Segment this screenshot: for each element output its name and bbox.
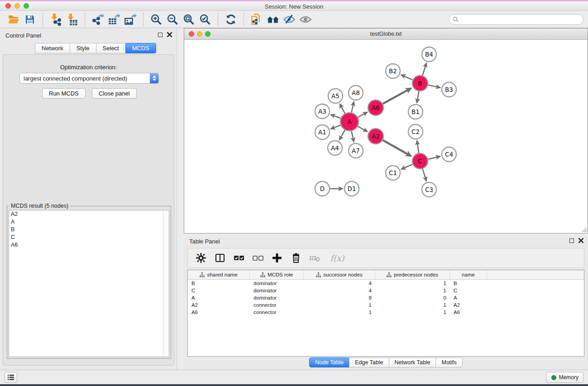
float-table-panel-icon[interactable] xyxy=(569,238,574,243)
edge-B-B4[interactable] xyxy=(422,63,426,76)
mcds-result-list[interactable]: A2ABCA6 xyxy=(9,210,169,357)
graph-node-A4[interactable]: A4 xyxy=(328,141,342,155)
mcds-result-item[interactable]: A2 xyxy=(9,210,169,218)
graph-node-A6[interactable]: A6 xyxy=(368,100,383,115)
show-all-eye-icon[interactable] xyxy=(297,12,314,27)
graph-node-B3[interactable]: B3 xyxy=(442,82,456,97)
close-table-panel-icon[interactable] xyxy=(578,238,583,243)
edge-A-A2[interactable] xyxy=(358,126,367,132)
edge-C-C1[interactable] xyxy=(401,164,412,169)
edge-A-A1[interactable] xyxy=(331,125,341,129)
edge-C-C3[interactable] xyxy=(422,169,426,181)
mcds-result-item[interactable]: A6 xyxy=(9,241,169,249)
result-list-scrollbar[interactable] xyxy=(163,210,169,357)
edge-A-A3[interactable] xyxy=(331,114,341,118)
table-tab-edge-table[interactable]: Edge Table xyxy=(349,357,389,367)
import-table-icon[interactable] xyxy=(64,12,80,27)
deselect-all-rows-icon[interactable] xyxy=(250,250,266,266)
edge-A2-C[interactable] xyxy=(383,140,411,156)
control-tab-mcds[interactable]: MCDS xyxy=(125,43,156,53)
run-mcds-button[interactable]: Run MCDS xyxy=(42,88,86,99)
toggle-column-view-icon[interactable] xyxy=(212,250,228,266)
table-tab-node-table[interactable]: Node Table xyxy=(309,357,349,367)
graph-node-B2[interactable]: B2 xyxy=(386,64,400,78)
network-window-titlebar[interactable]: testGlobe.txt xyxy=(184,29,588,40)
open-file-icon[interactable] xyxy=(5,12,22,27)
column-header-name[interactable]: name xyxy=(450,270,487,279)
control-tab-network[interactable]: Network xyxy=(35,43,70,53)
edge-A-A7[interactable] xyxy=(351,131,354,142)
graph-node-A8[interactable]: A8 xyxy=(349,86,363,100)
table-row[interactable]: A6connector11A6 xyxy=(188,309,584,316)
table-row[interactable]: Cdominator41C xyxy=(188,287,584,294)
control-tab-style[interactable]: Style xyxy=(70,43,96,53)
mcds-result-item[interactable]: B xyxy=(9,226,169,234)
function-builder-icon[interactable]: f(x) xyxy=(326,250,348,266)
graph-node-A[interactable]: A xyxy=(340,113,359,131)
memory-button[interactable]: Memory xyxy=(546,372,583,383)
edge-B-B3[interactable] xyxy=(428,85,440,88)
graph-node-C3[interactable]: C3 xyxy=(422,182,436,197)
edge-A-A5[interactable] xyxy=(340,104,345,114)
zoom-in-icon[interactable] xyxy=(148,12,164,27)
network-graph-canvas[interactable]: AA1A2A3A4A5A6A7A8BB1B2B3B4CC1C2C3C4DD1 xyxy=(184,40,588,233)
table-row[interactable]: A2connector11A2 xyxy=(188,301,584,309)
import-network-icon[interactable] xyxy=(48,12,64,27)
search-box[interactable] xyxy=(449,14,583,25)
control-tab-select[interactable]: Select xyxy=(96,43,126,53)
column-header-MCDS-role[interactable]: MCDS role xyxy=(250,270,304,279)
column-header-shared-name[interactable]: shared name xyxy=(188,270,250,279)
graph-node-D1[interactable]: D1 xyxy=(344,181,359,196)
graph-node-A5[interactable]: A5 xyxy=(328,89,343,103)
new-network-from-selection-icon[interactable] xyxy=(249,12,265,27)
refresh-icon[interactable] xyxy=(223,12,239,27)
delete-table-icon[interactable] xyxy=(307,250,323,266)
column-header-successor-nodes[interactable]: successor nodes xyxy=(304,270,375,279)
mcds-result-item[interactable]: A xyxy=(9,218,169,226)
graph-node-A2[interactable]: A2 xyxy=(368,129,383,144)
graph-node-B[interactable]: B xyxy=(412,76,428,91)
edge-A-A4[interactable] xyxy=(339,130,345,140)
export-table-icon[interactable] xyxy=(106,12,122,27)
task-history-button[interactable] xyxy=(5,372,17,383)
close-panel-icon[interactable] xyxy=(167,32,172,37)
edge-C-C4[interactable] xyxy=(428,157,440,159)
save-session-icon[interactable] xyxy=(22,12,38,27)
graph-node-A7[interactable]: A7 xyxy=(349,143,363,158)
zoom-selected-icon[interactable] xyxy=(197,12,213,27)
graph-node-A3[interactable]: A3 xyxy=(315,104,330,119)
select-all-rows-icon[interactable] xyxy=(231,250,247,266)
delete-columns-trash-icon[interactable] xyxy=(288,250,304,266)
close-panel-button[interactable]: Close panel xyxy=(92,88,137,99)
home-layout-icon[interactable] xyxy=(265,12,281,27)
graph-node-C1[interactable]: C1 xyxy=(386,166,400,180)
zoom-fit-icon[interactable] xyxy=(181,12,197,27)
table-tab-motifs[interactable]: Motifs xyxy=(435,357,462,367)
edge-B-B2[interactable] xyxy=(401,75,412,80)
export-network-icon[interactable] xyxy=(90,12,106,27)
optimization-criterion-dropdown[interactable]: largest connected component (directed) xyxy=(19,73,159,84)
edge-A6-B[interactable] xyxy=(383,88,411,104)
table-row[interactable]: Bdominator41B xyxy=(188,280,584,287)
graph-node-A1[interactable]: A1 xyxy=(315,125,330,139)
window-resize-grip[interactable] xyxy=(581,226,587,233)
export-image-icon[interactable] xyxy=(122,12,139,27)
table-tab-network-table[interactable]: Network Table xyxy=(389,357,436,367)
settings-gear-icon[interactable] xyxy=(193,250,209,266)
column-header-predecessor-nodes[interactable]: predecessor nodes xyxy=(375,270,450,279)
graph-node-D[interactable]: D xyxy=(315,181,330,196)
edge-C-C2[interactable] xyxy=(417,141,419,153)
search-input[interactable] xyxy=(459,16,579,23)
add-column-icon[interactable] xyxy=(269,250,285,266)
edge-A-A6[interactable] xyxy=(358,112,368,117)
edge-B-B1[interactable] xyxy=(417,91,419,103)
zoom-out-icon[interactable] xyxy=(164,12,181,27)
mcds-result-item[interactable]: C xyxy=(9,234,169,241)
graph-node-C[interactable]: C xyxy=(412,153,428,169)
edge-A-A8[interactable] xyxy=(351,102,354,113)
table-row[interactable]: Adominator80A xyxy=(188,294,584,301)
graph-node-C4[interactable]: C4 xyxy=(442,147,456,162)
graph-node-C2[interactable]: C2 xyxy=(408,124,423,139)
graph-node-B4[interactable]: B4 xyxy=(422,47,436,62)
float-panel-icon[interactable] xyxy=(158,33,163,37)
